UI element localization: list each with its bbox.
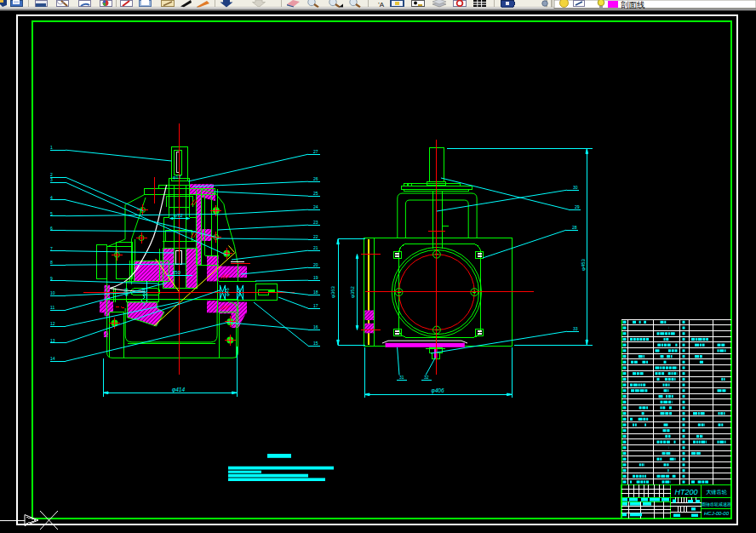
svg-text:29: 29	[575, 204, 580, 209]
svg-text:φ45: φ45	[225, 288, 230, 296]
svg-text:φ35: φ35	[123, 288, 129, 296]
svg-text:圆锤齿轮减速器: 圆锤齿轮减速器	[702, 501, 731, 507]
svg-text:14: 14	[50, 356, 55, 361]
svg-text:21: 21	[313, 245, 318, 250]
svg-text:26: 26	[313, 176, 318, 181]
svg-text:31: 31	[399, 375, 404, 380]
svg-text:19: 19	[313, 275, 318, 280]
svg-text:13: 13	[50, 338, 55, 343]
svg-text:25: 25	[313, 191, 318, 196]
svg-text:4: 4	[50, 195, 53, 200]
svg-text:HCJ-00-00: HCJ-00-00	[704, 511, 730, 516]
svg-text:28: 28	[572, 225, 577, 230]
svg-text:1: 1	[50, 145, 53, 150]
svg-text:φ453: φ453	[581, 258, 586, 271]
svg-text:3: 3	[50, 177, 53, 182]
svg-text:16: 16	[313, 324, 318, 330]
svg-text:大锤齿轮: 大锤齿轮	[706, 489, 727, 496]
svg-text:350: 350	[172, 270, 181, 275]
svg-text:φ414: φ414	[172, 387, 185, 393]
svg-text:’A: ’A	[378, 1, 385, 9]
svg-text:33: 33	[573, 326, 578, 331]
svg-text:17: 17	[313, 303, 318, 308]
svg-text:剖面线: 剖面线	[621, 0, 645, 9]
svg-text:φ40: φ40	[237, 288, 242, 296]
svg-text:12: 12	[50, 321, 55, 326]
svg-text:18: 18	[313, 289, 318, 295]
svg-text:30: 30	[573, 185, 578, 190]
svg-text:22: 22	[313, 234, 318, 239]
svg-text:φ72: φ72	[174, 213, 183, 218]
svg-text:32: 32	[424, 375, 429, 380]
svg-text:HT200: HT200	[674, 488, 697, 496]
svg-text:11: 11	[50, 305, 54, 310]
svg-text:φ406: φ406	[431, 387, 444, 394]
svg-text:φ352: φ352	[350, 285, 355, 298]
svg-text:24: 24	[313, 204, 318, 209]
svg-text:6: 6	[50, 226, 53, 231]
svg-text:20: 20	[313, 262, 318, 267]
svg-text:7: 7	[50, 246, 53, 251]
svg-text:27: 27	[313, 149, 318, 154]
svg-text:5: 5	[50, 211, 53, 216]
svg-text:23: 23	[313, 220, 318, 225]
svg-text:φ363: φ363	[330, 285, 335, 298]
svg-text:10: 10	[50, 290, 55, 295]
svg-text:9: 9	[50, 276, 53, 281]
svg-text:15: 15	[313, 341, 318, 346]
svg-text:φ17: φ17	[173, 175, 181, 180]
svg-text:8: 8	[50, 260, 53, 265]
